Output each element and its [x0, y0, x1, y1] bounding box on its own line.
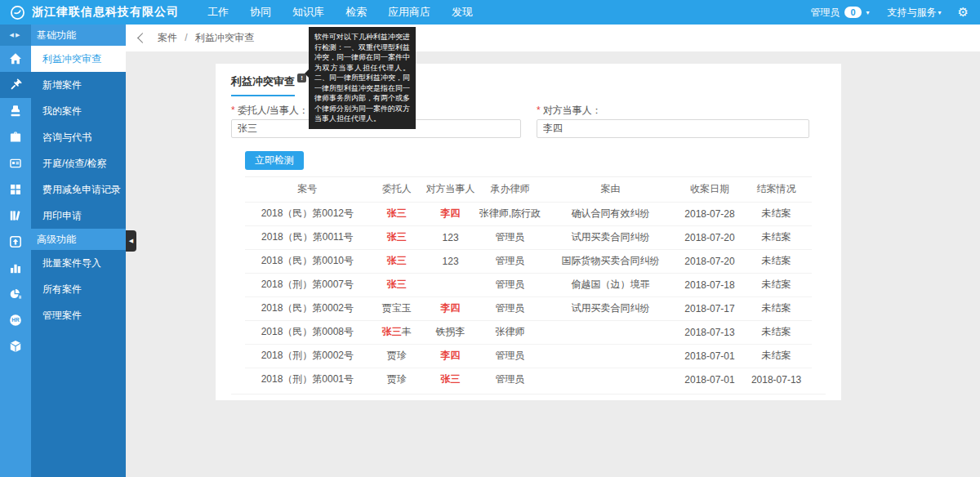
table-cell: 李四 — [424, 296, 478, 320]
sidebar-group-header[interactable]: 高级功能 — [31, 229, 126, 250]
settings-gear-icon[interactable]: ⚙ — [958, 5, 969, 20]
table-row[interactable]: 2018（刑）第0007号张三管理员偷越国（边）境罪2018-07-18未结案 — [245, 273, 812, 296]
hr-badge-icon[interactable]: HR — [0, 307, 31, 333]
table-header-cell: 对方当事人 — [424, 177, 478, 202]
table-cell: 2018-07-17 — [679, 296, 741, 320]
table-cell: 李四 — [424, 344, 478, 368]
table-cell — [542, 344, 679, 368]
table-row[interactable]: 2018（民）第0002号贾宝玉李四管理员试用买卖合同纠纷2018-07-17未… — [245, 296, 812, 320]
top-menu-item[interactable]: 应用商店 — [377, 0, 441, 25]
table-cell: 2018-07-01 — [679, 368, 741, 391]
top-menu-item[interactable]: 协同 — [239, 0, 282, 25]
table-header-row: 案号委托人对方当事人承办律师案由收案日期结案情况 — [245, 177, 812, 202]
page-title: 利益冲突审查 — [231, 75, 295, 87]
gavel-icon[interactable] — [0, 72, 31, 98]
table-cell: 2018（民）第0002号 — [245, 296, 370, 320]
user-caret-icon[interactable]: ▾ — [866, 9, 870, 16]
upload-box-icon[interactable] — [0, 229, 31, 255]
grid-icon[interactable] — [0, 176, 31, 203]
sidebar-item[interactable]: 我的案件 — [31, 98, 126, 124]
bar-chart-icon[interactable] — [0, 255, 31, 281]
opponent-field-label: *对方当事人： — [537, 104, 809, 115]
library-icon[interactable] — [0, 203, 31, 229]
table-row[interactable]: 2018（民）第0010号张三123管理员国际货物买卖合同纠纷2018-07-2… — [245, 249, 812, 273]
cube-icon[interactable] — [0, 333, 31, 359]
table-cell: 偷越国（边）境罪 — [542, 273, 679, 296]
detect-button[interactable]: 立即检测 — [245, 151, 304, 170]
table-cell: 试用买卖合同纠纷 — [542, 225, 679, 249]
table-cell — [542, 368, 679, 391]
support-caret-icon[interactable]: ▾ — [938, 9, 942, 16]
table-cell: 铁拐李 — [424, 320, 478, 344]
table-cell: 管理员 — [478, 273, 543, 296]
table-cell: 2018（刑）第0002号 — [245, 344, 370, 368]
sidebar-item[interactable]: 利益冲突审查 — [31, 46, 126, 72]
sidebar-collapse-tab[interactable]: ◀ — [126, 230, 136, 252]
support-menu[interactable]: 支持与服务 — [888, 6, 937, 20]
company-name: 浙江律联信息科技有限公司 — [32, 5, 179, 20]
required-mark: * — [537, 105, 541, 116]
sidebar-item[interactable]: 开庭/侦查/检察 — [31, 150, 126, 176]
table-cell: 2018-07-20 — [679, 225, 741, 249]
table-row[interactable]: 2018（民）第0012号张三李四张律师,陈行政确认合同有效纠纷2018-07-… — [245, 202, 812, 225]
top-menu-item[interactable]: 工作 — [197, 0, 239, 25]
tooltip-arrow — [305, 69, 309, 78]
table-cell: 未结案 — [741, 344, 812, 368]
collapse-arrows-icon[interactable]: ◀▶ — [0, 25, 31, 46]
table-row[interactable]: 2018（刑）第0002号贾珍李四管理员2018-07-01未结案 — [245, 344, 812, 368]
top-menu-item[interactable]: 检索 — [335, 0, 377, 25]
sidebar-item[interactable]: 管理案件 — [31, 302, 126, 328]
table-cell: 未结案 — [741, 202, 812, 225]
breadcrumb-bar: 案件 / 利益冲突审查 — [126, 25, 980, 51]
table-cell: 贾宝玉 — [370, 296, 424, 320]
table-cell: 张律师,陈行政 — [478, 202, 543, 225]
table-cell: 2018（民）第0012号 — [245, 202, 370, 225]
sidebar-menu-panel: 基础功能利益冲突审查新增案件我的案件咨询与代书开庭/侦查/检察费用减免申请记录用… — [31, 25, 126, 477]
top-menu-item[interactable]: 发现 — [441, 0, 483, 25]
table-cell: 贾珍 — [370, 344, 424, 368]
sidebar-item[interactable]: 咨询与代书 — [31, 124, 126, 150]
sidebar-group-header[interactable]: 基础功能 — [31, 25, 126, 46]
breadcrumb-section[interactable]: 案件 — [158, 32, 177, 43]
table-cell: 张三 — [370, 273, 424, 296]
sidebar-item[interactable]: 费用减免申请记录 — [31, 176, 126, 203]
table-cell: 2018-07-20 — [679, 249, 741, 273]
table-cell: 管理员 — [478, 296, 543, 320]
stamp-icon[interactable] — [0, 98, 31, 124]
sidebar-item[interactable]: 批量案件导入 — [31, 250, 126, 276]
user-menu[interactable]: 管理员 — [810, 6, 840, 20]
table-cell: 2018-07-13 — [679, 320, 741, 344]
home-icon[interactable] — [0, 46, 31, 72]
top-menu-item[interactable]: 知识库 — [282, 0, 335, 25]
back-chevron-icon[interactable] — [137, 33, 148, 43]
table-cell: 2018（民）第0011号 — [245, 225, 370, 249]
tab-conflict-check[interactable]: 利益冲突审查 — [231, 74, 295, 96]
table-cell: 2018（民）第0008号 — [245, 320, 370, 344]
sidebar-icon-rail: ◀▶HR — [0, 25, 31, 477]
table-cell — [542, 320, 679, 344]
sidebar-item[interactable]: 新增案件 — [31, 72, 126, 98]
table-cell: 123 — [424, 225, 478, 249]
sidebar-item[interactable]: 用印申请 — [31, 203, 126, 229]
table-cell: 123 — [424, 249, 478, 273]
notification-badge[interactable]: 0 — [844, 7, 861, 18]
table-cell: 2018-07-01 — [679, 344, 741, 368]
sidebar-item[interactable]: 所有案件 — [31, 276, 126, 302]
briefcase-icon[interactable] — [0, 124, 31, 150]
id-card-icon[interactable] — [0, 150, 31, 176]
table-cell: 张三 — [370, 202, 424, 225]
table-header-cell: 案号 — [245, 177, 370, 202]
pie-chart-icon[interactable] — [0, 281, 31, 307]
table-cell: 确认合同有效纠纷 — [542, 202, 679, 225]
opponent-field-group: *对方当事人： — [537, 104, 809, 138]
table-cell: 未结案 — [741, 225, 812, 249]
table-row[interactable]: 2018（刑）第0001号贾珍张三管理员2018-07-012018-07-13 — [245, 368, 812, 391]
tooltip-text: 软件可对以下几种利益冲突进行检测：一、双重代理型利益冲突，同一律师在同一案件中为… — [314, 33, 410, 123]
table-header-cell: 收案日期 — [679, 177, 741, 202]
company-logo-icon — [10, 5, 25, 20]
table-cell: 贾珍 — [370, 368, 424, 391]
table-row[interactable]: 2018（民）第0008号张三丰铁拐李张律师2018-07-13未结案 — [245, 320, 812, 344]
table-row[interactable]: 2018（民）第0011号张三123管理员试用买卖合同纠纷2018-07-20未… — [245, 225, 812, 249]
help-tooltip: 软件可对以下几种利益冲突进行检测：一、双重代理型利益冲突，同一律师在同一案件中为… — [309, 27, 416, 129]
opponent-input[interactable] — [537, 119, 809, 138]
